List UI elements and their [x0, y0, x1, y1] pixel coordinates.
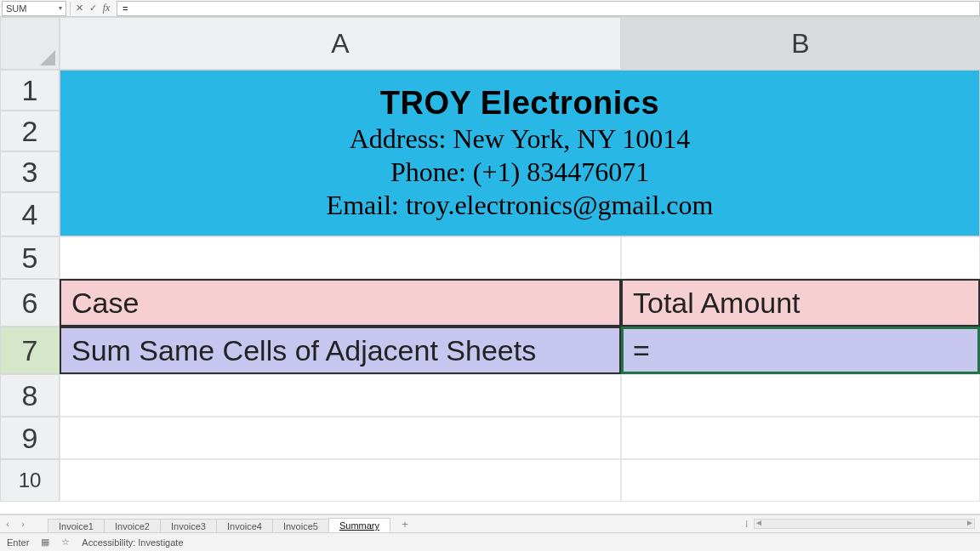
row-header-6[interactable]: 6: [0, 279, 60, 327]
row-header-3[interactable]: 3: [0, 151, 60, 192]
name-box[interactable]: SUM ▾: [2, 1, 66, 16]
tab-split-handle[interactable]: ⁞: [745, 519, 749, 530]
sheet-tab-invoice3[interactable]: Invoice3: [160, 519, 217, 532]
row-header-7[interactable]: 7: [0, 327, 60, 374]
fx-icon[interactable]: fx: [100, 2, 113, 15]
cell-A9[interactable]: [60, 417, 621, 459]
row-header-1[interactable]: 1: [0, 70, 60, 111]
column-header-B[interactable]: B: [621, 17, 980, 70]
banner-phone: Phone: (+1) 834476071: [390, 156, 649, 188]
chevron-down-icon[interactable]: ▾: [59, 4, 62, 12]
cancel-icon[interactable]: ✕: [72, 2, 86, 15]
name-box-value: SUM: [6, 3, 26, 14]
horizontal-scrollbar[interactable]: [754, 519, 975, 529]
cell-B8[interactable]: [621, 374, 980, 417]
formula-bar: SUM ▾ ✕ ✓ fx =: [0, 0, 980, 17]
sheet-tab-summary[interactable]: Summary: [328, 518, 390, 532]
row-header-9[interactable]: 9: [0, 417, 60, 459]
row-header-5[interactable]: 5: [0, 236, 60, 279]
sheet-tabs: Invoice1 Invoice2 Invoice3 Invoice4 Invo…: [48, 515, 390, 532]
company-banner: TROY Electronics Address: New York, NY 1…: [60, 70, 980, 236]
sheet-tab-invoice2[interactable]: Invoice2: [104, 519, 161, 532]
status-mode: Enter: [7, 537, 29, 548]
cell-B5[interactable]: [621, 236, 980, 279]
header-case: Case: [71, 287, 139, 320]
formula-text: =: [122, 3, 128, 14]
sheet-tab-strip: ‹ › Invoice1 Invoice2 Invoice3 Invoice4 …: [0, 514, 980, 533]
status-bar: Enter ▦ ☆ Accessibility: Investigate: [0, 533, 980, 551]
cell-A5[interactable]: [60, 236, 621, 279]
add-sheet-icon[interactable]: +: [398, 517, 412, 531]
cell-B6[interactable]: Total Amount: [621, 279, 980, 327]
row-header-4[interactable]: 4: [0, 192, 60, 236]
column-header-A[interactable]: A: [60, 17, 621, 70]
cell-A10[interactable]: [60, 459, 621, 502]
grid-icon[interactable]: ▦: [41, 537, 49, 548]
divider: [70, 2, 71, 15]
sheet-tab-invoice4[interactable]: Invoice4: [216, 519, 273, 532]
banner-email: Email: troy.electronics@gmail.com: [327, 190, 714, 221]
enter-icon[interactable]: ✓: [86, 2, 100, 15]
row-header-2[interactable]: 2: [0, 111, 60, 151]
banner-title: TROY Electronics: [380, 85, 659, 122]
worksheet-grid[interactable]: A B 1 TROY Electronics Address: New York…: [0, 17, 980, 514]
cell-B9[interactable]: [621, 417, 980, 459]
row-header-10[interactable]: 10: [0, 459, 60, 502]
cell-A7[interactable]: Sum Same Cells of Adjacent Sheets: [60, 327, 621, 374]
banner-address: Address: New York, NY 10014: [350, 123, 691, 155]
tab-prev-icon[interactable]: ‹: [2, 518, 14, 530]
formula-input[interactable]: =: [117, 1, 980, 16]
cell-B7[interactable]: =: [621, 327, 980, 374]
total-text: =: [633, 334, 650, 367]
star-icon: ☆: [61, 537, 70, 548]
cell-A8[interactable]: [60, 374, 621, 417]
tab-next-icon[interactable]: ›: [17, 518, 29, 530]
sheet-tab-invoice1[interactable]: Invoice1: [48, 519, 105, 532]
sheet-tab-invoice5[interactable]: Invoice5: [272, 519, 329, 532]
case-text: Sum Same Cells of Adjacent Sheets: [71, 334, 536, 367]
status-accessibility[interactable]: Accessibility: Investigate: [82, 537, 183, 548]
select-all-corner[interactable]: [0, 17, 60, 70]
cell-B10[interactable]: [621, 459, 980, 502]
cell-A6[interactable]: Case: [60, 279, 621, 327]
header-total: Total Amount: [633, 287, 801, 320]
row-header-8[interactable]: 8: [0, 374, 60, 417]
